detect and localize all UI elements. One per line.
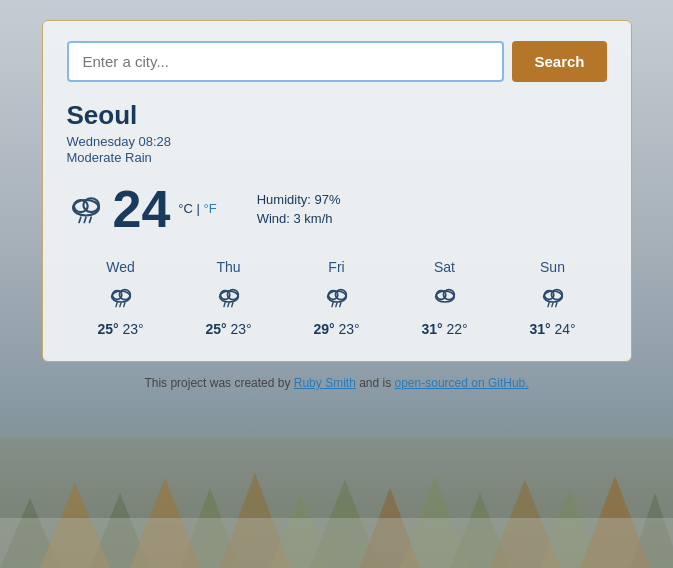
footer-text-middle: and is <box>356 376 395 390</box>
forecast-weather-icon <box>431 281 459 315</box>
forecast-temperatures: 31° 24° <box>529 321 575 337</box>
forecast-weather-icon <box>107 281 135 315</box>
svg-line-32 <box>115 303 116 307</box>
forecast-temperatures: 29° 23° <box>313 321 359 337</box>
footer-text-before: This project was created by <box>144 376 293 390</box>
humidity-value: Humidity: 97% <box>257 192 341 207</box>
svg-line-44 <box>331 303 332 307</box>
city-name: Seoul <box>67 100 607 131</box>
wind-value: Wind: 3 km/h <box>257 211 341 226</box>
svg-line-40 <box>231 303 232 307</box>
city-condition: Moderate Rain <box>67 150 607 165</box>
forecast-temperatures: 25° 23° <box>97 321 143 337</box>
weather-card: Search Seoul Wednesday 08:28 Moderate Ra… <box>42 20 632 362</box>
main-content: Search Seoul Wednesday 08:28 Moderate Ra… <box>0 0 673 390</box>
svg-line-39 <box>227 303 228 307</box>
svg-rect-22 <box>0 518 673 568</box>
author-link[interactable]: Ruby Smith <box>294 376 356 390</box>
forecast-day-name: Sat <box>434 259 455 275</box>
svg-line-54 <box>551 303 552 307</box>
weather-details: Humidity: 97% Wind: 3 km/h <box>257 192 341 226</box>
svg-line-53 <box>547 303 548 307</box>
current-weather-icon <box>67 187 105 232</box>
fahrenheit-link[interactable]: °F <box>204 201 217 216</box>
footer: This project was created by Ruby Smith a… <box>144 376 528 390</box>
forecast-weather-icon <box>215 281 243 315</box>
svg-line-55 <box>555 303 556 307</box>
forecast-day-name: Sun <box>540 259 565 275</box>
forecast-weather-icon <box>539 281 567 315</box>
search-button[interactable]: Search <box>512 41 606 82</box>
forecast-day: Thu 25° 23° <box>175 259 283 337</box>
city-search-input[interactable] <box>67 41 505 82</box>
svg-line-46 <box>339 303 340 307</box>
svg-line-45 <box>335 303 336 307</box>
current-temperature: 24 <box>113 179 171 239</box>
forecast-day-name: Fri <box>328 259 344 275</box>
svg-line-33 <box>119 303 120 307</box>
forecast-day: Sun 31° 24° <box>499 259 607 337</box>
svg-line-38 <box>223 303 224 307</box>
search-row: Search <box>67 41 607 82</box>
svg-line-28 <box>89 217 91 222</box>
forecast-day: Wed 25° 23° <box>67 259 175 337</box>
temp-units: °C | °F <box>178 199 216 220</box>
city-datetime: Wednesday 08:28 <box>67 134 607 149</box>
forecast-row: Wed 25° 23° Thu <box>67 259 607 337</box>
forecast-day: Sat 31° 22° <box>391 259 499 337</box>
forecast-day-name: Wed <box>106 259 135 275</box>
forecast-temperatures: 31° 22° <box>421 321 467 337</box>
svg-line-34 <box>123 303 124 307</box>
forecast-temperatures: 25° 23° <box>205 321 251 337</box>
forecast-day-name: Thu <box>216 259 240 275</box>
trees-background <box>0 438 673 568</box>
forecast-weather-icon <box>323 281 351 315</box>
github-link[interactable]: open-sourced on GitHub. <box>395 376 529 390</box>
current-weather: 24 °C | °F Humidity: 97% Wind: 3 km/h <box>67 179 607 239</box>
svg-line-26 <box>79 217 81 222</box>
svg-line-27 <box>84 217 86 222</box>
forecast-day: Fri 29° 23° <box>283 259 391 337</box>
